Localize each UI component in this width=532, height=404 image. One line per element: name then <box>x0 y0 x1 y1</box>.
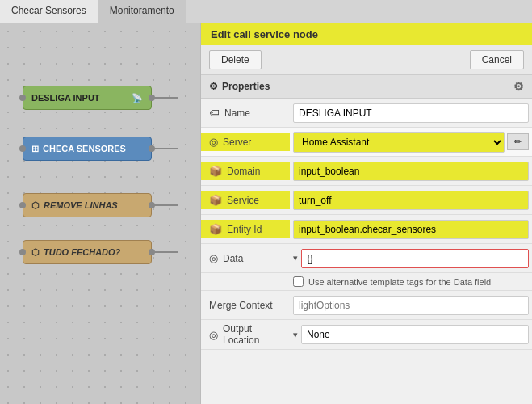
prop-output-value: ▾ <box>290 325 532 344</box>
prop-server-value: Home Assistant ✏ <box>290 132 532 153</box>
prop-name-label: 🏷 Name <box>201 107 290 119</box>
node-label: DESLIGA INPUT <box>31 93 100 103</box>
panel-title: Edit call service node <box>201 23 532 45</box>
port-right <box>149 202 155 208</box>
entity-icon: 📦 <box>209 223 222 235</box>
prop-data-label: ◎ Data <box>201 252 290 264</box>
port-right <box>149 145 155 152</box>
domain-input[interactable] <box>293 162 529 181</box>
hex-icon: ⬡ <box>31 200 40 211</box>
merge-input[interactable] <box>293 296 529 315</box>
prop-entity-value <box>290 220 532 239</box>
output-input[interactable] <box>301 325 529 344</box>
port-right <box>149 95 155 101</box>
checkbox-label: Use alternative template tags for the Da… <box>308 277 491 287</box>
prop-service-row: 📦 Service <box>201 186 532 215</box>
data-circle-icon: ◎ <box>209 252 218 264</box>
prop-data-value: ▾ <box>290 249 532 268</box>
service-icon: 📦 <box>209 194 222 206</box>
server-edit-button[interactable]: ✏ <box>507 133 529 150</box>
node-label: TUDO FECHADO? <box>44 247 120 257</box>
prop-domain-label: 📦 Domain <box>201 162 290 180</box>
grid-icon: ⊞ <box>31 144 39 154</box>
prop-merge-row: Merge Context <box>201 291 532 320</box>
delete-button[interactable]: Delete <box>209 50 262 69</box>
prop-data-row: ◎ Data ▾ <box>201 244 532 273</box>
domain-icon: 📦 <box>209 165 222 177</box>
properties-body: 🏷 Name ◎ Server Home Assistant <box>201 99 532 404</box>
entity-input[interactable] <box>293 220 529 239</box>
hex-icon2: ⬡ <box>31 247 40 258</box>
port-left <box>19 202 26 208</box>
cancel-button[interactable]: Cancel <box>470 50 524 69</box>
alt-template-checkbox[interactable] <box>293 276 304 287</box>
node-label: CHECA SENSORES <box>43 144 126 154</box>
data-input-wrap: ▾ <box>293 249 529 268</box>
name-input[interactable] <box>293 103 529 123</box>
properties-header: ⚙ Properties ⚙ <box>201 75 532 99</box>
tabs-bar: Checar Sensores Monitoramento <box>0 0 532 23</box>
prop-merge-label: Merge Context <box>201 300 290 311</box>
node-tudo-fechado[interactable]: ⬡ TUDO FECHADO? <box>23 240 152 264</box>
output-circle-icon: ◎ <box>209 329 218 341</box>
prop-server-label: ◎ Server <box>201 133 290 151</box>
server-select-wrap: Home Assistant ✏ <box>293 132 529 153</box>
port-right <box>149 249 155 255</box>
node-remove-linhas[interactable]: ⬡ REMOVE LINHAS <box>23 193 152 217</box>
prop-output-label: ◎ Output Location <box>201 323 290 346</box>
server-select[interactable]: Home Assistant <box>293 132 505 153</box>
prop-name-row: 🏷 Name <box>201 99 532 128</box>
tab-label: Checar Sensores <box>11 5 86 16</box>
prop-service-value <box>290 191 532 210</box>
right-panel: Edit call service node Delete Cancel ⚙ P… <box>200 23 532 404</box>
prop-domain-row: 📦 Domain <box>201 157 532 186</box>
port-left <box>19 249 26 255</box>
port-left <box>19 95 26 101</box>
tab-monitoramento[interactable]: Monitoramento <box>98 0 186 23</box>
service-input[interactable] <box>293 191 529 210</box>
panel-toolbar: Delete Cancel <box>201 45 532 75</box>
canvas-area[interactable]: DESLIGA INPUT 📡 ⊞ CHECA SENSORES ⬡ REMOV… <box>0 23 200 404</box>
node-desliga-input[interactable]: DESLIGA INPUT 📡 <box>23 86 152 110</box>
prop-merge-value <box>290 296 532 315</box>
checkbox-row: Use alternative template tags for the Da… <box>201 273 532 291</box>
node-checa-sensores[interactable]: ⊞ CHECA SENSORES <box>23 137 152 161</box>
main-layout: DESLIGA INPUT 📡 ⊞ CHECA SENSORES ⬡ REMOV… <box>0 23 532 404</box>
tab-label: Monitoramento <box>110 5 174 16</box>
prop-entity-row: 📦 Entity Id <box>201 215 532 244</box>
tag-icon: 🏷 <box>209 107 220 119</box>
server-icon: ◎ <box>209 136 218 148</box>
prop-name-value <box>290 103 532 123</box>
tab-checar-sensores[interactable]: Checar Sensores <box>0 0 98 23</box>
prop-entity-label: 📦 Entity Id <box>201 220 290 238</box>
gear-icon: ⚙ <box>209 81 218 92</box>
output-select-wrap: ▾ <box>293 325 529 344</box>
node-label: REMOVE LINHAS <box>44 200 118 210</box>
prop-service-label: 📦 Service <box>201 191 290 209</box>
prop-server-row: ◎ Server Home Assistant ✏ <box>201 128 532 157</box>
output-prefix: ▾ <box>293 330 298 340</box>
prop-domain-value <box>290 162 532 181</box>
settings-icon[interactable]: ⚙ <box>513 80 524 93</box>
data-prefix: ▾ <box>293 253 298 263</box>
prop-output-row: ◎ Output Location ▾ <box>201 320 532 350</box>
data-input[interactable] <box>301 249 529 268</box>
wifi-icon: 📡 <box>132 93 143 103</box>
port-left <box>19 145 26 152</box>
